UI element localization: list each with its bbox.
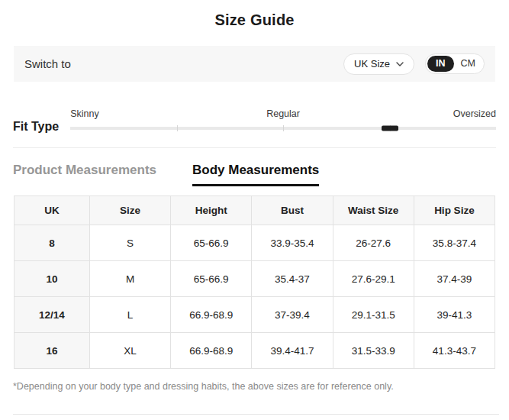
cell-height: 66.9-68.9 [171,297,252,333]
fit-type-slider[interactable]: Skinny Regular Oversized [70,108,496,130]
tab-product-measurements[interactable]: Product Measurements [13,163,156,186]
table-row: 10 M 65-66.9 35.4-37 27.6-29.1 37.4-39 [14,261,495,297]
chevron-down-icon [396,62,404,66]
column-header-hip: Hip Size [414,196,495,225]
cell-size: S [89,225,170,261]
switch-controls: UK Size IN CM [343,53,485,75]
fit-type-slider-labels: Skinny Regular Oversized [70,108,496,121]
cell-height: 65-66.9 [171,225,252,261]
cell-size: L [89,297,170,333]
unit-toggle[interactable]: IN CM [425,53,485,74]
cell-waist: 31.5-33.9 [333,333,414,369]
body-measurements-table: UK Size Height Bust Waist Size Hip Size … [14,195,495,369]
slider-tick [177,125,178,131]
cell-bust: 37-39.4 [252,297,333,333]
size-standard-value: UK Size [354,58,390,69]
cell-bust: 35.4-37 [252,261,333,297]
reference-disclaimer: *Depending on your body type and dressin… [13,381,496,392]
measurement-tabs: Product Measurements Body Measurements [13,163,496,186]
cell-size: M [89,261,170,297]
cell-uk: 16 [14,333,90,369]
cell-waist: 29.1-31.5 [333,297,414,333]
cell-bust: 33.9-35.4 [252,225,333,261]
bottom-divider [13,414,499,415]
cell-waist: 27.6-29.1 [333,261,414,297]
cell-waist: 26-27.6 [333,225,414,261]
fit-option-oversized: Oversized [453,108,496,119]
column-header-size: Size [89,196,170,225]
cell-hip: 41.3-43.7 [414,333,495,369]
page-title: Size Guide [0,11,509,29]
size-guide-panel: Size Guide Switch to UK Size IN CM Fit T… [0,0,509,420]
fit-type-track[interactable] [70,127,496,130]
cell-height: 66.9-68.9 [171,333,252,369]
fit-option-regular: Regular [266,108,300,119]
fit-type-section: Fit Type Skinny Regular Oversized [13,82,496,148]
unit-switch-bar: Switch to UK Size IN CM [14,46,495,82]
cell-bust: 39.4-41.7 [252,333,333,369]
cell-height: 65-66.9 [171,261,252,297]
fit-option-skinny: Skinny [70,108,99,119]
column-header-height: Height [171,196,252,225]
column-header-bust: Bust [252,196,333,225]
fit-type-label: Fit Type [13,120,59,134]
fit-type-marker[interactable] [382,126,398,131]
unit-option-in[interactable]: IN [427,56,454,72]
column-header-uk: UK [14,196,90,225]
cell-hip: 35.8-37.4 [414,225,495,261]
cell-size: XL [89,333,170,369]
table-row: 16 XL 66.9-68.9 39.4-41.7 31.5-33.9 41.3… [14,333,495,369]
tab-body-measurements[interactable]: Body Measurements [192,163,319,186]
cell-uk: 12/14 [14,297,90,333]
cell-hip: 37.4-39 [414,261,495,297]
table-header-row: UK Size Height Bust Waist Size Hip Size [14,196,495,225]
table-row: 8 S 65-66.9 33.9-35.4 26-27.6 35.8-37.4 [14,225,495,261]
cell-uk: 8 [14,225,90,261]
cell-hip: 39-41.3 [414,297,495,333]
unit-option-cm[interactable]: CM [454,56,482,72]
switch-to-label: Switch to [24,57,71,70]
cell-uk: 10 [14,261,90,297]
size-standard-dropdown[interactable]: UK Size [343,53,414,75]
table-row: 12/14 L 66.9-68.9 37-39.4 29.1-31.5 39-4… [14,297,495,333]
slider-tick [283,125,284,131]
column-header-waist: Waist Size [333,196,414,225]
